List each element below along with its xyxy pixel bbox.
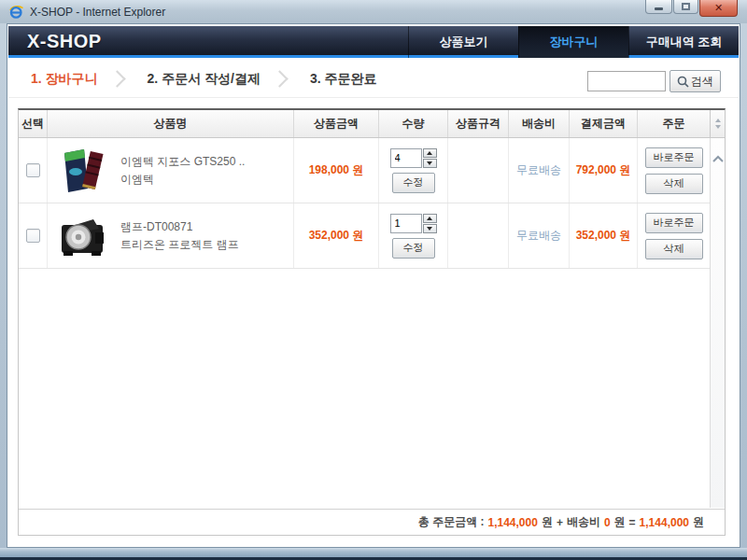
row-checkbox[interactable] [26,163,40,177]
chevron-right-icon [271,70,288,87]
table-header-row: 선택 상품명 상품금액 수량 상품규격 배송비 결제금액 주문 [19,110,710,138]
product-spec [447,138,508,203]
search-icon [677,76,689,88]
summary-shipping-amount: 0 [604,516,611,529]
column-header-qty: 수량 [378,110,447,137]
quantity-up-button[interactable] [423,214,437,223]
projector-lamp-product-image [55,211,109,261]
chevron-right-icon [108,70,125,87]
graphics-card-product-image [55,146,109,196]
row-checkbox[interactable] [26,229,40,243]
search-button[interactable]: 검색 [669,70,721,92]
modify-quantity-button[interactable]: 수정 [392,238,435,259]
close-icon: ✕ [714,3,723,13]
order-now-button[interactable]: 바로주문 [645,147,703,168]
close-button[interactable]: ✕ [699,0,738,17]
cart-row-projector-lamp: 램프-DT00871 트리즈온 프로젝트 램프 352,000 원 수정 [19,203,710,269]
quantity-down-button[interactable] [423,159,437,168]
product-name-line2: 이엠텍 [120,171,245,189]
product-price: 352,000 원 [293,203,378,268]
delete-button[interactable]: 삭제 [645,239,703,259]
minimize-icon [655,7,663,10]
breadcrumb-step-order-form: 2. 주문서 작성/결제 [148,71,261,88]
quantity-spinner [423,148,437,168]
arrow-down-icon [427,227,432,231]
currency-unit: 원 [542,514,553,530]
product-name-line2: 트리즈온 프로젝트 램프 [120,236,239,254]
column-header-payment: 결제금액 [569,110,637,137]
window-titlebar: X-SHOP - Internet Explorer ✕ [0,0,747,23]
maximize-icon [682,3,690,10]
quantity-input[interactable] [390,148,422,168]
product-price: 198,000 원 [293,138,378,203]
column-header-select: 선택 [19,110,47,137]
spinner-up-icon[interactable] [715,119,721,122]
scroll-up-icon [712,155,724,162]
cart-table: 선택 상품명 상품금액 수량 상품규격 배송비 결제금액 주문 [18,108,726,536]
minimize-button[interactable] [645,0,672,14]
quantity-spinner [423,214,437,233]
arrow-down-icon [427,161,432,165]
column-header-shipping: 배송비 [508,110,569,137]
tab-order-history[interactable]: 구매내역 조회 [628,26,739,58]
table-scrollbar[interactable] [710,138,725,508]
window-controls: ✕ [644,0,738,17]
spinner-down-icon[interactable] [715,125,721,129]
nav-tabs: 상품보기 장바구니 구매내역 조회 [408,26,739,58]
quantity-down-button[interactable] [423,224,437,233]
tab-products[interactable]: 상품보기 [408,26,518,58]
summary-shipping-label: 배송비 [567,514,600,530]
breadcrumb-step-complete: 3. 주문완료 [310,71,377,88]
screen: { "window": { "title": "X-SHOP - Interne… [0,0,747,560]
search-input[interactable] [587,71,666,91]
search-button-label: 검색 [691,74,713,90]
product-name-line1: 이엠텍 지포스 GTS250 .. [120,153,245,171]
shipping-fee-label: 무료배송 [508,138,569,203]
column-header-name: 상품명 [47,110,293,137]
product-name-line1: 램프-DT00871 [120,218,239,236]
arrow-up-icon [427,217,432,220]
order-summary: 총 주문금액 : 1,144,000 원 + 배송비 0 원 = 1,144,0… [19,509,725,535]
delete-button[interactable]: 삭제 [645,174,703,194]
app-header: X-SHOP 상품보기 장바구니 구매내역 조회 [8,26,739,58]
quantity-up-button[interactable] [423,148,437,158]
column-header-price: 상품금액 [293,110,378,137]
order-now-button[interactable]: 바로주문 [645,213,703,233]
currency-unit: 원 [693,514,704,530]
column-header-order: 주문 [637,110,710,137]
summary-order-amount: 1,144,000 [488,516,538,529]
arrow-up-icon [427,151,432,155]
quantity-input[interactable] [390,214,422,233]
summary-total-amount: 1,144,000 [640,516,689,529]
summary-equals: = [629,516,636,529]
cart-row-graphics-card: 이엠텍 지포스 GTS250 .. 이엠텍 198,000 원 수정 [19,138,710,203]
currency-unit: 원 [614,514,626,530]
tab-cart[interactable]: 장바구니 [518,26,628,58]
maximize-button[interactable] [673,0,698,14]
app-logo: X-SHOP [27,31,102,52]
window-bottom-frame [0,548,747,560]
window-title: X-SHOP - Internet Explorer [30,6,165,19]
payment-amount: 352,000 원 [569,203,637,268]
breadcrumb-step-cart: 1. 장바구니 [31,71,98,88]
app-window: X-SHOP 상품보기 장바구니 구매내역 조회 1. 장바구니 2. 주문서 … [7,23,740,548]
table-body: 이엠텍 지포스 GTS250 .. 이엠텍 198,000 원 수정 [19,138,710,269]
shipping-fee-label: 무료배송 [508,203,569,268]
internet-explorer-icon [8,5,24,20]
header-scroll-spinner [710,110,725,138]
product-spec [447,203,508,268]
summary-label: 총 주문금액 : [418,514,485,530]
column-header-spec: 상품규격 [447,110,508,137]
search-area: 검색 [587,70,721,92]
summary-plus: + [557,516,563,529]
modify-quantity-button[interactable]: 수정 [392,173,435,193]
payment-amount: 792,000 원 [569,138,637,203]
